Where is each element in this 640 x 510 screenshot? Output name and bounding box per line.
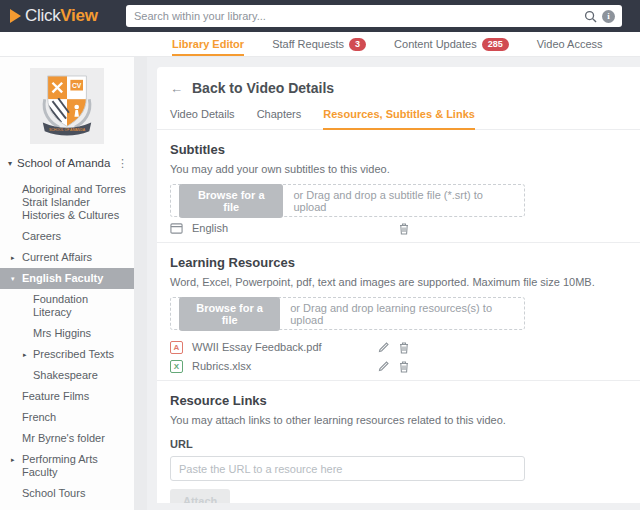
tab-label: Content Updates <box>394 38 477 50</box>
sidebar-item-science-faculty[interactable]: ▸Science Faculty <box>0 504 134 510</box>
school-crest: CV SCHOOL OF AMANDA <box>30 68 104 144</box>
delete-resource-icon[interactable] <box>398 341 410 354</box>
folder-tree: Aboriginal and Torres Strait Islander Hi… <box>0 179 134 510</box>
kebab-menu-icon[interactable]: ⋮ <box>117 158 128 168</box>
sidebar-item-foundation-literacy[interactable]: Foundation Literacy <box>0 289 134 323</box>
sidebar-item-label: French <box>22 411 56 423</box>
tab-resources-subtitles-links[interactable]: Resources, Subtitles & Links <box>323 108 475 129</box>
browse-resource-button[interactable]: Browse for a file <box>179 297 280 331</box>
staff-requests-badge: 3 <box>349 38 366 51</box>
sidebar-item-label: Mrs Higgins <box>33 327 91 339</box>
tab-label: Video Access <box>537 38 603 50</box>
sidebar-item-label: Prescribed Texts <box>33 348 114 360</box>
delete-subtitle-icon[interactable] <box>398 222 410 235</box>
subtitle-file-name: English <box>192 222 228 234</box>
tab-video-details[interactable]: Video Details <box>170 108 235 129</box>
sidebar-item-performing-arts-faculty[interactable]: ▸Performing Arts Faculty <box>0 449 134 483</box>
attach-button[interactable]: Attach <box>170 489 230 503</box>
editor-header-section: ← Back to Video Details Video Details Ch… <box>157 67 640 130</box>
subtitle-dropzone[interactable]: Browse for a file or Drag and drop a sub… <box>170 184 525 217</box>
search-icon[interactable] <box>584 10 597 23</box>
sidebar-item-label: English Faculty <box>22 272 103 284</box>
resource-file-name: WWII Essay Feedback.pdf <box>192 341 322 353</box>
sidebar-item-french[interactable]: French <box>0 407 134 428</box>
top-nav-bar: Library Editor Staff Requests 3 Content … <box>0 32 640 57</box>
back-to-video-details-link[interactable]: ← Back to Video Details <box>170 67 640 96</box>
subtitles-heading: Subtitles <box>170 130 640 157</box>
sidebar-item-label: Performing Arts Faculty <box>22 453 98 478</box>
url-input[interactable] <box>170 456 525 481</box>
sidebar-item-label: Foundation Literacy <box>33 293 88 318</box>
info-icon[interactable]: i <box>602 10 615 23</box>
sidebar-item-school-tours[interactable]: School Tours <box>0 483 134 504</box>
video-editor-tabs: Video Details Chapters Resources, Subtit… <box>170 108 640 129</box>
pdf-file-icon: A <box>170 341 183 354</box>
resource-links-description: You may attach links to other learning r… <box>170 414 640 426</box>
learning-resources-description: Word, Excel, Powerpoint, pdf, text and i… <box>170 276 640 288</box>
sidebar-item-mrs-higgins[interactable]: Mrs Higgins <box>0 323 134 344</box>
sidebar-item-label: Aboriginal and Torres Strait Islander Hi… <box>22 183 126 221</box>
learning-resources-heading: Learning Resources <box>170 243 640 270</box>
search-input[interactable] <box>126 10 584 22</box>
resource-file-name: Rubrics.xlsx <box>192 360 251 372</box>
edit-resource-icon[interactable] <box>378 360 390 372</box>
tab-library-editor[interactable]: Library Editor <box>172 32 244 56</box>
library-search: i <box>126 5 622 27</box>
resource-dropzone[interactable]: Browse for a file or Drag and drop learn… <box>170 297 525 330</box>
sidebar-item-label: Feature Films <box>22 390 89 402</box>
resource-links-heading: Resource Links <box>170 381 640 408</box>
chevron-right-icon: ▸ <box>11 453 15 466</box>
subtitle-file-icon <box>170 222 183 235</box>
sidebar-item-feature-films[interactable]: Feature Films <box>0 386 134 407</box>
sidebar-item-current-affairs[interactable]: ▸Current Affairs <box>0 247 134 268</box>
sidebar-item-english-faculty[interactable]: ▾English Faculty <box>0 268 134 289</box>
chevron-down-icon: ▾ <box>8 159 12 168</box>
resource-file-row: X Rubrics.xlsx <box>170 364 410 380</box>
back-arrow-icon: ← <box>170 81 183 96</box>
resource-file-row: A WWII Essay Feedback.pdf <box>170 339 410 355</box>
resource-drop-hint: or Drag and drop learning resources(s) t… <box>290 302 516 326</box>
chevron-down-icon: ▾ <box>11 272 15 285</box>
browse-subtitle-button[interactable]: Browse for a file <box>179 184 283 218</box>
crest-monogram: CV <box>72 82 82 89</box>
video-editor-panel: ← Back to Video Details Video Details Ch… <box>157 67 640 503</box>
school-name: School of Amanda <box>17 157 110 169</box>
sidebar-item-careers[interactable]: Careers <box>0 226 134 247</box>
delete-resource-icon[interactable] <box>398 360 410 373</box>
sidebar-item-label: Careers <box>22 230 61 242</box>
subtitle-file-row: English <box>170 226 410 242</box>
sidebar-item-label: Current Affairs <box>22 251 92 263</box>
tab-label: Library Editor <box>172 38 244 50</box>
resource-links-section: Resource Links You may attach links to o… <box>157 381 640 503</box>
subtitles-section: Subtitles You may add your own subtitles… <box>157 130 640 243</box>
xlsx-file-icon: X <box>170 360 183 373</box>
tab-label: Staff Requests <box>272 38 344 50</box>
sidebar-item-mr-byrnes-folder[interactable]: Mr Byrne's folder <box>0 428 134 449</box>
tab-chapters[interactable]: Chapters <box>257 108 302 129</box>
sidebar-scrollbar[interactable] <box>134 57 147 510</box>
subtitles-description: You may add your own subtitles to this v… <box>170 163 640 175</box>
sidebar-item-prescribed-texts[interactable]: ▸Prescribed Texts <box>0 344 134 365</box>
tab-content-updates[interactable]: Content Updates 285 <box>394 32 509 56</box>
url-label: URL <box>170 438 640 450</box>
sidebar-item-label: Shakespeare <box>33 369 98 381</box>
app-header: Click View i <box>0 0 640 32</box>
subtitle-drop-hint: or Drag and drop a subtitle file (*.srt)… <box>293 189 516 213</box>
content-updates-badge: 285 <box>482 38 509 51</box>
brand-view: View <box>60 6 97 26</box>
sidebar-item-shakespeare[interactable]: Shakespeare <box>0 365 134 386</box>
sidebar-item-label: Mr Byrne's folder <box>22 432 105 444</box>
back-label: Back to Video Details <box>192 80 334 96</box>
edit-resource-icon[interactable] <box>378 341 390 353</box>
brand-click: Click <box>25 6 60 26</box>
chevron-right-icon: ▸ <box>23 348 27 361</box>
learning-resources-section: Learning Resources Word, Excel, Powerpoi… <box>157 243 640 381</box>
tab-video-access[interactable]: Video Access <box>537 32 603 56</box>
crest-banner-text: SCHOOL OF AMANDA <box>49 128 86 132</box>
library-sidebar: CV SCHOOL OF AMANDA ▾ School of Amanda ⋮… <box>0 57 147 510</box>
sidebar-item-aboriginal-histories[interactable]: Aboriginal and Torres Strait Islander Hi… <box>0 179 134 226</box>
tab-staff-requests[interactable]: Staff Requests 3 <box>272 32 366 56</box>
clickview-logo: Click View <box>10 6 98 26</box>
sidebar-item-label: School Tours <box>22 487 85 499</box>
school-root-item[interactable]: ▾ School of Amanda ⋮ <box>0 157 134 169</box>
